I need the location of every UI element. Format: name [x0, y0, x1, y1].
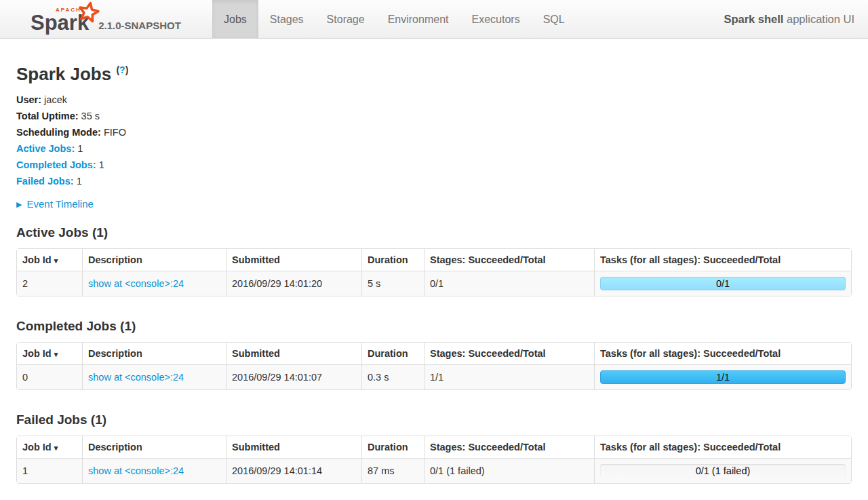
col-header[interactable]: Description: [82, 343, 226, 364]
table-header-row: Job Id▾DescriptionSubmittedDurationStage…: [17, 343, 851, 364]
job-sections: Active Jobs (1) Job Id▾DescriptionSubmit…: [16, 225, 852, 484]
job-description-link[interactable]: show at <console>:24: [88, 465, 184, 476]
job-row: 0show at <console>:242016/09/29 14:01:07…: [17, 364, 851, 389]
job-duration-cell: 0.3 s: [361, 364, 424, 389]
job-tasks-cell: 0/1 (1 failed): [594, 458, 851, 483]
summary-item: Active Jobs: 1: [16, 140, 852, 157]
col-header[interactable]: Job Id▾: [17, 436, 82, 458]
page-title: Spark Jobs (?): [16, 64, 852, 85]
col-header[interactable]: Job Id▾: [17, 249, 82, 271]
job-stages-cell: 0/1 (1 failed): [424, 458, 594, 483]
progress-label: 0/1: [600, 277, 846, 290]
job-description-cell: show at <console>:24: [82, 271, 226, 296]
summary-item: Scheduling Mode: FIFO: [16, 124, 852, 140]
col-header[interactable]: Tasks (for all stages): Succeeded/Total: [594, 343, 851, 364]
jobs-table: Job Id▾DescriptionSubmittedDurationStage…: [16, 342, 852, 390]
job-submitted-cell: 2016/09/29 14:01:20: [226, 271, 361, 296]
section-heading: Active Jobs (1): [16, 225, 852, 240]
job-section: Failed Jobs (1) Job Id▾DescriptionSubmit…: [16, 412, 852, 484]
col-header[interactable]: Stages: Succeeded/Total: [424, 436, 594, 458]
col-header[interactable]: Submitted: [226, 343, 361, 364]
col-header[interactable]: Description: [82, 249, 226, 271]
sort-caret-icon: ▾: [54, 256, 58, 265]
job-row: 1show at <console>:242016/09/29 14:01:14…: [17, 458, 851, 483]
tab-stages[interactable]: Stages: [258, 0, 315, 38]
app-name: Spark shell: [724, 13, 783, 25]
summary-link[interactable]: Active Jobs:: [16, 143, 75, 154]
section-heading: Completed Jobs (1): [16, 319, 852, 334]
sort-caret-icon: ▾: [54, 350, 58, 358]
jobs-table: Job Id▾DescriptionSubmittedDurationStage…: [16, 436, 852, 484]
sort-caret-icon: ▾: [54, 444, 58, 452]
tasks-progress-bar: 0/1 (1 failed): [600, 464, 846, 478]
table-header-row: Job Id▾DescriptionSubmittedDurationStage…: [17, 436, 851, 458]
tab-environment[interactable]: Environment: [376, 0, 460, 38]
summary-list: User: jacekTotal Uptime: 35 sScheduling …: [16, 92, 852, 189]
col-header[interactable]: Description: [82, 436, 226, 458]
app-title-suffix: application UI: [783, 13, 854, 25]
job-description-link[interactable]: show at <console>:24: [88, 278, 184, 289]
job-description-cell: show at <console>:24: [82, 458, 226, 483]
navbar: APACHE Spark 2.1.0-SNAPSHOT JobsStagesSt…: [0, 0, 868, 39]
col-header[interactable]: Submitted: [226, 436, 361, 458]
spark-version: 2.1.0-SNAPSHOT: [98, 20, 181, 33]
event-timeline-label: Event Timeline: [26, 198, 93, 210]
tab-executors[interactable]: Executors: [460, 0, 531, 38]
tab-jobs[interactable]: Jobs: [212, 0, 258, 38]
job-stages-cell: 1/1: [424, 364, 594, 389]
help-question-link[interactable]: ?: [119, 64, 125, 75]
summary-link[interactable]: Completed Jobs:: [16, 159, 96, 170]
col-header[interactable]: Duration: [361, 343, 424, 364]
spark-wordmark: APACHE Spark: [31, 12, 89, 33]
job-id-cell: 0: [17, 364, 82, 389]
job-duration-cell: 87 ms: [361, 458, 424, 483]
progress-label: 0/1 (1 failed): [600, 464, 846, 478]
col-header[interactable]: Duration: [361, 249, 424, 271]
job-id-cell: 2: [17, 271, 82, 296]
job-tasks-cell: 1/1: [594, 364, 851, 389]
spark-logo[interactable]: APACHE Spark 2.1.0-SNAPSHOT: [0, 0, 212, 38]
app-title: Spark shell application UI: [724, 0, 868, 38]
job-row: 2show at <console>:242016/09/29 14:01:20…: [17, 271, 851, 296]
tasks-progress-bar: 0/1: [600, 277, 846, 290]
job-submitted-cell: 2016/09/29 14:01:07: [226, 364, 361, 389]
job-stages-cell: 0/1: [424, 271, 594, 296]
summary-item: Total Uptime: 35 s: [16, 108, 852, 124]
tab-storage[interactable]: Storage: [315, 0, 376, 38]
col-header[interactable]: Duration: [361, 436, 424, 458]
summary-label: Scheduling Mode:: [16, 127, 101, 138]
col-header[interactable]: Job Id▾: [17, 343, 82, 364]
tasks-progress-bar: 1/1: [600, 370, 846, 384]
section-heading: Failed Jobs (1): [16, 412, 852, 427]
job-id-cell: 1: [17, 458, 82, 483]
expand-arrow-icon: ▶: [16, 200, 22, 208]
col-header[interactable]: Stages: Succeeded/Total: [424, 343, 594, 364]
summary-item: User: jacek: [16, 92, 852, 108]
job-description-link[interactable]: show at <console>:24: [88, 372, 184, 383]
summary-label: Total Uptime:: [16, 111, 79, 121]
table-header-row: Job Id▾DescriptionSubmittedDurationStage…: [17, 249, 851, 271]
tab-sql[interactable]: SQL: [532, 0, 576, 38]
help-tooltip: (?): [116, 64, 128, 75]
nav-tabs: JobsStagesStorageEnvironmentExecutorsSQL: [212, 0, 576, 38]
summary-item: Completed Jobs: 1: [16, 157, 852, 173]
progress-label: 1/1: [600, 370, 846, 384]
col-header[interactable]: Tasks (for all stages): Succeeded/Total: [594, 249, 851, 271]
summary-label: User:: [16, 94, 41, 105]
summary-link[interactable]: Failed Jobs:: [16, 176, 74, 187]
jobs-table: Job Id▾DescriptionSubmittedDurationStage…: [16, 248, 852, 296]
col-header[interactable]: Tasks (for all stages): Succeeded/Total: [594, 436, 851, 458]
main-content: Spark Jobs (?) User: jacekTotal Uptime: …: [0, 64, 868, 484]
job-section: Active Jobs (1) Job Id▾DescriptionSubmit…: [16, 225, 852, 296]
job-duration-cell: 5 s: [361, 271, 424, 296]
job-section: Completed Jobs (1) Job Id▾DescriptionSub…: [16, 319, 852, 390]
job-submitted-cell: 2016/09/29 14:01:14: [226, 458, 361, 483]
summary-item: Failed Jobs: 1: [16, 173, 852, 189]
col-header[interactable]: Submitted: [226, 249, 361, 271]
job-description-cell: show at <console>:24: [82, 364, 226, 389]
event-timeline-toggle[interactable]: ▶Event Timeline: [16, 198, 852, 210]
spark-star-icon: [75, 0, 102, 26]
col-header[interactable]: Stages: Succeeded/Total: [424, 249, 594, 271]
job-tasks-cell: 0/1: [594, 271, 851, 296]
